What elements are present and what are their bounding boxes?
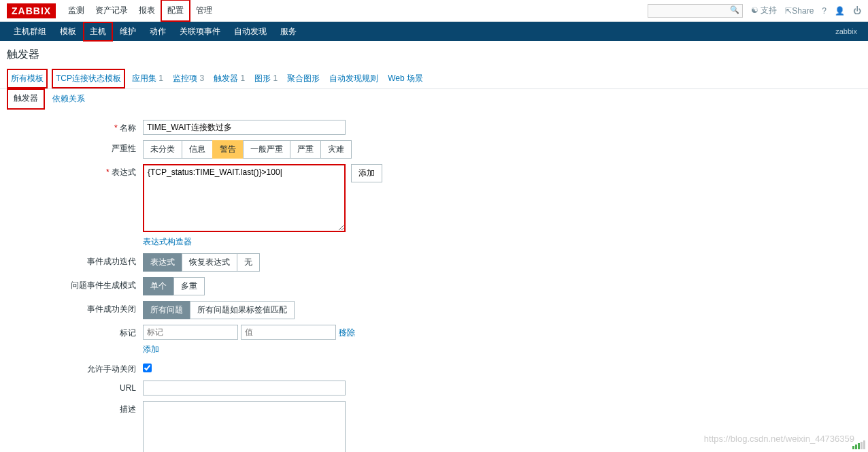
tag-remove-link[interactable]: 移除 xyxy=(339,327,355,338)
support-link[interactable]: ☯ 支持 xyxy=(751,5,777,16)
sev-high[interactable]: 严重 xyxy=(290,140,321,159)
prob-multiple[interactable]: 多重 xyxy=(173,277,205,295)
label-prob-mode: 问题事件生成模式 xyxy=(7,277,143,291)
menu-config[interactable]: 配置 xyxy=(161,0,190,22)
label-expr: 表达式 xyxy=(112,167,136,177)
expr-field[interactable]: {TCP_status:TIME_WAIT.last()}>100| xyxy=(143,164,346,232)
okclose-tagmatch[interactable]: 所有问题如果标签值匹配 xyxy=(190,301,295,319)
okclose-all[interactable]: 所有问题 xyxy=(143,301,190,319)
manual-close-checkbox[interactable] xyxy=(143,364,152,372)
menu-admin[interactable]: 管理 xyxy=(190,0,218,22)
tab-screens[interactable]: 聚合图形 xyxy=(284,69,322,88)
name-field[interactable] xyxy=(143,120,346,135)
label-desc: 描述 xyxy=(7,401,143,415)
expr-builder-link[interactable]: 表达式构造器 xyxy=(143,236,192,248)
label-severity: 严重性 xyxy=(7,140,143,155)
tab-web[interactable]: Web 场景 xyxy=(385,69,426,88)
label-ok-close: 事件成功关闭 xyxy=(7,301,143,315)
add-expr-button[interactable]: 添加 xyxy=(351,164,382,182)
tab-apps[interactable]: 应用集 1 xyxy=(129,69,166,88)
inner-tab-deps[interactable]: 依赖关系 xyxy=(45,88,93,110)
desc-field[interactable] xyxy=(143,401,346,452)
tag-add-link[interactable]: 添加 xyxy=(143,344,159,355)
sev-disaster[interactable]: 灾难 xyxy=(320,140,352,159)
okgen-recovery[interactable]: 恢复表达式 xyxy=(182,253,237,272)
okgen-none[interactable]: 无 xyxy=(237,253,260,272)
user-icon[interactable]: 👤 xyxy=(835,6,845,16)
label-url: URL xyxy=(7,381,143,393)
tag-name-field[interactable] xyxy=(143,325,238,340)
menu-monitor[interactable]: 监测 xyxy=(63,0,90,22)
menu-reports[interactable]: 报表 xyxy=(133,0,161,22)
label-ok-gen: 事件成功迭代 xyxy=(7,253,143,268)
logout-icon[interactable]: ⏻ xyxy=(853,6,861,16)
tab-tcp-template[interactable]: TCP连接状态模板 xyxy=(52,69,125,88)
prob-single[interactable]: 单个 xyxy=(143,277,174,295)
okgen-expr[interactable]: 表达式 xyxy=(143,253,182,272)
sub-right-label: zabbix xyxy=(835,27,861,35)
top-menu: 监测 资产记录 报表 配置 管理 xyxy=(63,0,218,22)
sev-average[interactable]: 一般严重 xyxy=(243,140,290,159)
sev-info[interactable]: 信息 xyxy=(182,140,213,159)
sub-maintenance[interactable]: 维护 xyxy=(113,22,143,42)
sub-hosts[interactable]: 主机 xyxy=(83,22,113,42)
label-manual-close: 允许手动关闭 xyxy=(7,361,143,375)
watermark: https://blog.csdn.net/weixin_44736359 xyxy=(704,434,854,444)
signal-icon xyxy=(852,440,865,449)
menu-inventory[interactable]: 资产记录 xyxy=(90,0,133,22)
tab-items[interactable]: 监控项 3 xyxy=(170,69,207,88)
label-tags: 标记 xyxy=(7,325,143,339)
sub-services[interactable]: 服务 xyxy=(273,22,303,42)
tab-graphs[interactable]: 图形 1 xyxy=(252,69,280,88)
inner-tab-trigger[interactable]: 触发器 xyxy=(7,88,45,110)
sev-unclassified[interactable]: 未分类 xyxy=(143,140,182,159)
sub-discovery[interactable]: 自动发现 xyxy=(227,22,273,42)
tab-discovery-rules[interactable]: 自动发现规则 xyxy=(327,69,381,88)
search-input[interactable] xyxy=(648,4,743,18)
url-field[interactable] xyxy=(143,381,346,396)
help-icon[interactable]: ? xyxy=(822,6,827,16)
sub-templates[interactable]: 模板 xyxy=(53,22,83,42)
tab-all-templates[interactable]: 所有模板 xyxy=(7,69,48,88)
sub-correlation[interactable]: 关联项事件 xyxy=(173,22,227,42)
sub-actions[interactable]: 动作 xyxy=(143,22,173,42)
logo: ZABBIX xyxy=(7,3,56,18)
sev-warning[interactable]: 警告 xyxy=(212,140,244,159)
tab-triggers[interactable]: 触发器 1 xyxy=(211,69,248,88)
sub-hostgroups[interactable]: 主机群组 xyxy=(7,22,53,42)
label-name: 名称 xyxy=(120,123,136,133)
tag-value-field[interactable] xyxy=(241,325,336,340)
share-link[interactable]: ⇱Share xyxy=(785,6,814,16)
page-title: 触发器 xyxy=(0,41,868,69)
